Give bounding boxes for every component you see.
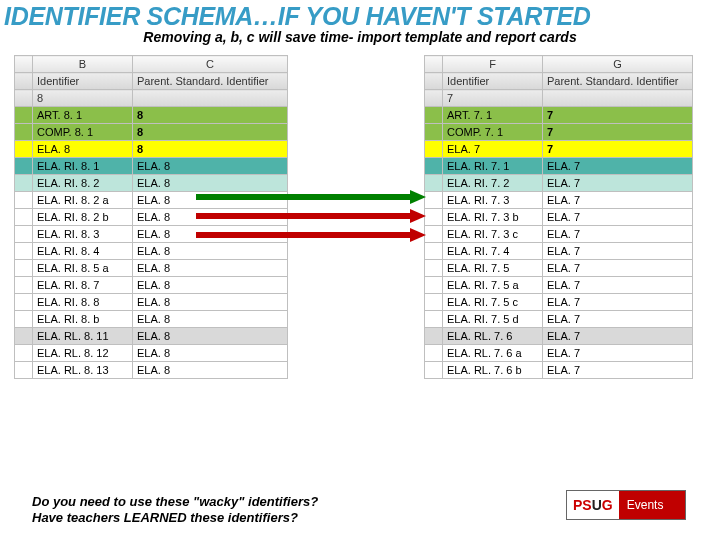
- cell: [15, 90, 33, 107]
- arrow-red-icon: [196, 228, 426, 242]
- table-row: ELA. RI. 7. 5 cELA. 7: [425, 294, 693, 311]
- table-row: ELA. RL. 7. 6ELA. 7: [425, 328, 693, 345]
- parent-cell: ELA. 8: [133, 243, 288, 260]
- parent-cell: 7: [543, 141, 693, 158]
- table-row: ELA. RI. 7. 5 dELA. 7: [425, 311, 693, 328]
- parent-cell: ELA. 8: [133, 175, 288, 192]
- identifier-cell: ELA. RL. 8. 12: [33, 345, 133, 362]
- cell: [15, 243, 33, 260]
- page-title: IDENTIFIER SCHEMA…IF YOU HAVEN'T STARTED: [0, 0, 720, 31]
- parent-cell: 7: [543, 124, 693, 141]
- table-row: ELA. RI. 7. 4ELA. 7: [425, 243, 693, 260]
- table-row: ELA. RI. 7. 3 bELA. 7: [425, 209, 693, 226]
- table-row: ELA. RI. 7. 5ELA. 7: [425, 260, 693, 277]
- parent-cell: ELA. 7: [543, 362, 693, 379]
- identifier-cell: ELA. RI. 7. 1: [443, 158, 543, 175]
- cell: [425, 328, 443, 345]
- identifier-cell: ELA. RL. 8. 11: [33, 328, 133, 345]
- cell: [15, 141, 33, 158]
- parent-cell: ELA. 8: [133, 345, 288, 362]
- parent-cell: ELA. 8: [133, 277, 288, 294]
- cell: [543, 90, 693, 107]
- logo-text: PS: [573, 497, 592, 513]
- cell: [133, 90, 288, 107]
- parent-cell: ELA. 7: [543, 328, 693, 345]
- logo-psug: PSUG: [567, 491, 619, 519]
- parent-cell: ELA. 7: [543, 226, 693, 243]
- col-head-g: G: [543, 56, 693, 73]
- identifier-cell: ELA. RL. 8. 13: [33, 362, 133, 379]
- identifier-cell: ELA. RI. 7. 2: [443, 175, 543, 192]
- table-row: ELA. RL. 7. 6 bELA. 7: [425, 362, 693, 379]
- parent-cell: ELA. 8: [133, 158, 288, 175]
- identifier-cell: ELA. RI. 8. 1: [33, 158, 133, 175]
- parent-cell: ELA. 8: [133, 294, 288, 311]
- cell: [15, 226, 33, 243]
- cell: [15, 73, 33, 90]
- cell: [15, 277, 33, 294]
- identifier-cell: ELA. 8: [33, 141, 133, 158]
- parent-cell: ELA. 7: [543, 158, 693, 175]
- col-head-f: F: [443, 56, 543, 73]
- table-row: ELA. RI. 7. 5 aELA. 7: [425, 277, 693, 294]
- parent-cell: ELA. 8: [133, 260, 288, 277]
- cell: [15, 192, 33, 209]
- table-row: ELA. RI. 7. 3ELA. 7: [425, 192, 693, 209]
- page-subtitle: Removing a, b, c will save time- import …: [0, 29, 720, 45]
- parent-cell: ELA. 7: [543, 209, 693, 226]
- footer-line-2: Have teachers LEARNED these identifiers?: [32, 510, 318, 526]
- parent-cell: 8: [133, 141, 288, 158]
- identifier-cell: ELA. RI. 8. b: [33, 311, 133, 328]
- cell: [15, 311, 33, 328]
- grade-number: 7: [443, 90, 543, 107]
- cell: [15, 294, 33, 311]
- parent-cell: ELA. 7: [543, 192, 693, 209]
- identifier-cell: ELA. RI. 8. 4: [33, 243, 133, 260]
- cell: [425, 141, 443, 158]
- identifier-cell: ELA. RI. 7. 5 d: [443, 311, 543, 328]
- table-row: ELA. 77: [425, 141, 693, 158]
- footer-line-1: Do you need to use these "wacky" identif…: [32, 494, 318, 510]
- logo-text: G: [602, 497, 613, 513]
- identifier-cell: ELA. RL. 7. 6: [443, 328, 543, 345]
- parent-cell: ELA. 7: [543, 277, 693, 294]
- col-head-blank: [425, 56, 443, 73]
- cell: [15, 260, 33, 277]
- table-row: ELA. 88: [15, 141, 288, 158]
- cell: [15, 124, 33, 141]
- cell: [425, 90, 443, 107]
- cell: [425, 73, 443, 90]
- grade-number: 8: [33, 90, 133, 107]
- identifier-cell: ELA. RI. 8. 2: [33, 175, 133, 192]
- cell: [425, 277, 443, 294]
- identifier-cell: ELA. RI. 8. 7: [33, 277, 133, 294]
- tables-area: B C Identifier Parent. Standard. Identif…: [0, 55, 720, 455]
- table-row: ELA. RI. 7. 2ELA. 7: [425, 175, 693, 192]
- identifier-cell: ELA. 7: [443, 141, 543, 158]
- arrow-green-icon: [196, 190, 426, 204]
- parent-cell: 8: [133, 107, 288, 124]
- table-row: ELA. RI. 8. bELA. 8: [15, 311, 288, 328]
- cell: [425, 175, 443, 192]
- table-row: COMP. 8. 18: [15, 124, 288, 141]
- cell: [425, 243, 443, 260]
- cell: [15, 328, 33, 345]
- col-head-c: C: [133, 56, 288, 73]
- cell: [15, 158, 33, 175]
- identifier-cell: ELA. RI. 7. 3 c: [443, 226, 543, 243]
- parent-cell: ELA. 8: [133, 311, 288, 328]
- col-head-blank: [15, 56, 33, 73]
- table-row: ELA. RI. 8. 2ELA. 8: [15, 175, 288, 192]
- parent-cell: ELA. 7: [543, 260, 693, 277]
- cell: [15, 107, 33, 124]
- cell: [425, 226, 443, 243]
- cell: [425, 209, 443, 226]
- cell: [15, 345, 33, 362]
- header-identifier: Identifier: [443, 73, 543, 90]
- header-parent: Parent. Standard. Identifier: [133, 73, 288, 90]
- table-row: ELA. RL. 8. 13ELA. 8: [15, 362, 288, 379]
- cell: [425, 362, 443, 379]
- header-identifier: Identifier: [33, 73, 133, 90]
- parent-cell: ELA. 7: [543, 175, 693, 192]
- table-row: ELA. RI. 8. 7ELA. 8: [15, 277, 288, 294]
